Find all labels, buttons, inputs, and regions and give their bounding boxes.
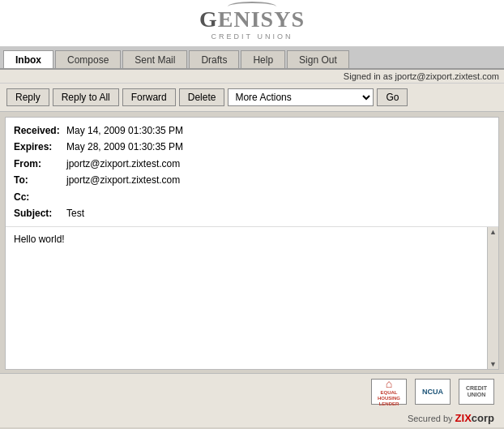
received-value: May 14, 2009 01:30:35 PM (66, 122, 183, 139)
subject-label: Subject: (14, 205, 66, 221)
email-body-text: Hello world! (14, 234, 65, 245)
ncua-label: NCUA (422, 388, 443, 396)
header-cc: Cc: (14, 189, 490, 205)
signed-in-text: Signed in as jportz@zixport.zixtest.com (344, 71, 499, 81)
scroll-down-arrow[interactable]: ▼ (489, 359, 498, 369)
tab-drafts[interactable]: Drafts (189, 50, 239, 68)
email-body: Hello world! (6, 227, 498, 369)
subject-value: Test (66, 205, 84, 221)
equal-housing-label: EQUALHOUSINGLENDER (378, 390, 400, 408)
secured-by-text: Secured by (408, 414, 455, 423)
cc-label: Cc: (14, 189, 66, 205)
email-panel: Received: May 14, 2009 01:30:35 PM Expir… (5, 117, 499, 370)
email-headers: Received: May 14, 2009 01:30:35 PM Expir… (6, 118, 498, 227)
forward-button[interactable]: Forward (122, 88, 176, 106)
tab-help[interactable]: Help (241, 50, 285, 68)
header-expires: Expires: May 28, 2009 01:30:35 PM (14, 139, 490, 155)
reply-all-button[interactable]: Reply to All (53, 88, 119, 106)
expires-value: May 28, 2009 01:30:35 PM (66, 139, 183, 155)
header-received: Received: May 14, 2009 01:30:35 PM (14, 122, 490, 139)
cu-badge: CREDITUNION (459, 379, 494, 405)
zix-text: ZIX (455, 412, 472, 424)
nav-bar: Inbox Compose Sent Mail Drafts Help Sign… (0, 47, 504, 70)
logo: GENISYS Credit Union (199, 6, 305, 41)
from-label: From: (14, 156, 66, 172)
footer: ⌂ EQUALHOUSINGLENDER NCUA CREDITUNION Se… (0, 373, 504, 427)
equal-housing-icon: ⌂ (386, 377, 392, 390)
tab-inbox[interactable]: Inbox (3, 50, 53, 68)
cu-label: CREDITUNION (466, 385, 487, 399)
to-value: jportz@zixport.zixtest.com (66, 172, 180, 188)
from-value: jportz@zixport.zixtest.com (66, 156, 180, 172)
to-label: To: (14, 172, 66, 188)
delete-button[interactable]: Delete (179, 88, 225, 106)
expires-label: Expires: (14, 139, 66, 155)
received-label: Received: (14, 122, 66, 139)
corp-text: corp (472, 412, 494, 424)
tab-compose[interactable]: Compose (55, 50, 121, 68)
header-subject: Subject: Test (14, 205, 490, 221)
tab-sign-out[interactable]: Sign Out (287, 50, 349, 68)
header-to: To: jportz@zixport.zixtest.com (14, 172, 490, 188)
scroll-up-arrow[interactable]: ▲ (489, 227, 498, 237)
action-bar: Reply Reply to All Forward Delete More A… (0, 84, 504, 112)
ncua-badge: NCUA (415, 379, 451, 405)
logo-subtitle: Credit Union (199, 32, 305, 41)
header: GENISYS Credit Union (0, 0, 504, 47)
reply-button[interactable]: Reply (6, 88, 49, 106)
go-button[interactable]: Go (377, 88, 408, 106)
header-from: From: jportz@zixport.zixtest.com (14, 156, 490, 172)
secured-by: Secured by ZIXcorp (0, 410, 504, 427)
equal-housing-badge: ⌂ EQUALHOUSINGLENDER (371, 379, 407, 405)
footer-badges: ⌂ EQUALHOUSINGLENDER NCUA CREDITUNION (0, 373, 504, 410)
signed-in-bar: Signed in as jportz@zixport.zixtest.com (0, 70, 504, 84)
tab-sent-mail[interactable]: Sent Mail (122, 50, 187, 68)
scrollbar[interactable]: ▲ ▼ (487, 227, 498, 369)
email-body-wrapper: Hello world! ▲ ▼ (6, 227, 498, 369)
more-actions-select[interactable]: More Actions (228, 88, 374, 106)
